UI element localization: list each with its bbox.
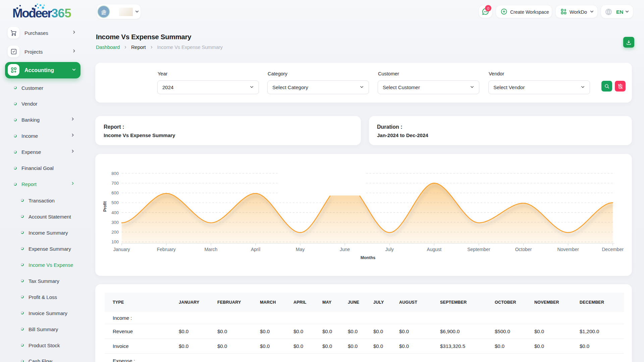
svg-text:400: 400: [111, 210, 119, 215]
svg-text:700: 700: [111, 181, 119, 186]
svg-text:Months: Months: [361, 255, 375, 260]
svg-text:April: April: [251, 247, 260, 252]
svg-text:600: 600: [111, 190, 119, 195]
svg-text:May: May: [296, 247, 305, 252]
svg-text:Profit: Profit: [103, 201, 107, 212]
svg-text:200: 200: [111, 230, 119, 235]
svg-text:October: October: [515, 247, 532, 252]
svg-text:February: February: [157, 247, 176, 252]
svg-text:November: November: [557, 247, 579, 252]
svg-text:June: June: [340, 247, 350, 252]
svg-text:December: December: [602, 247, 624, 252]
svg-text:September: September: [467, 247, 490, 252]
svg-text:January: January: [113, 247, 130, 252]
svg-text:500: 500: [111, 200, 119, 205]
svg-text:800: 800: [111, 171, 119, 176]
svg-text:100: 100: [111, 239, 119, 244]
svg-text:March: March: [204, 247, 217, 252]
svg-text:300: 300: [111, 220, 119, 225]
svg-text:August: August: [427, 247, 442, 252]
svg-text:July: July: [385, 247, 394, 252]
